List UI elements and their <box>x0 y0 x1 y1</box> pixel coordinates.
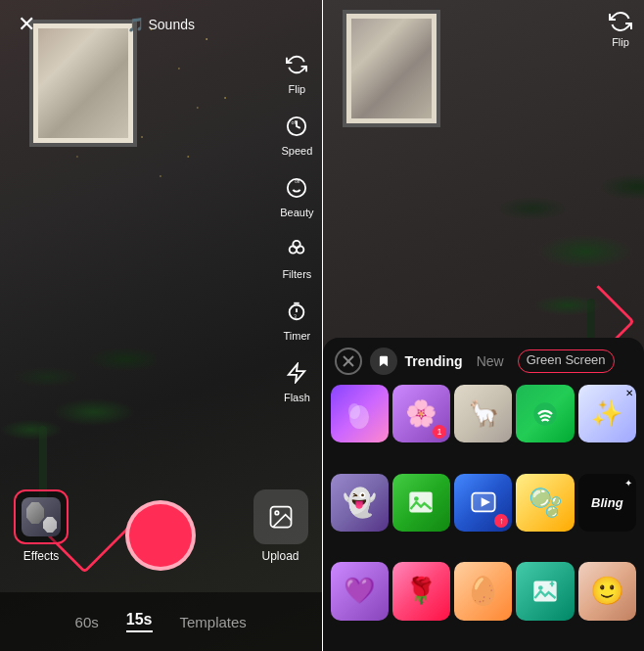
tab-new[interactable]: New <box>477 349 504 373</box>
sounds-button[interactable]: 🎵 Sounds <box>127 17 195 32</box>
tab-trending[interactable]: Trending <box>405 349 463 373</box>
no-effect-button[interactable] <box>335 348 362 375</box>
filters-button[interactable]: Filters <box>281 234 312 280</box>
picture-frame-right <box>343 10 440 127</box>
svg-rect-18 <box>410 492 433 513</box>
effect-item[interactable] <box>331 385 389 442</box>
svg-text:off: off <box>292 119 298 125</box>
effect-item[interactable]: 👻 <box>331 474 389 532</box>
camera-flip-icon[interactable]: Flip <box>609 10 632 48</box>
effects-button[interactable]: Effects <box>14 489 69 563</box>
effect-item[interactable] <box>516 562 574 620</box>
bookmark-button[interactable] <box>370 348 397 375</box>
flip-button[interactable]: Flip <box>281 49 312 95</box>
svg-point-23 <box>538 585 543 590</box>
effect-item[interactable]: 💜 <box>331 562 389 620</box>
svg-marker-10 <box>289 364 305 382</box>
effect-item[interactable] <box>392 474 450 532</box>
effect-item[interactable]: 🦙 <box>454 385 512 442</box>
effect-bling[interactable]: Bling ✦ <box>578 474 636 532</box>
effects-grid: 🌸 1 🦙 ✨ ✕ <box>323 381 645 651</box>
time-selector-bar: 60s 15s Templates <box>0 592 322 651</box>
svg-point-8 <box>290 305 304 320</box>
upload-button[interactable]: Upload <box>253 489 308 563</box>
right-arrow-indicator <box>566 269 624 348</box>
tab-green-screen[interactable]: Green Screen <box>518 349 615 373</box>
beauty-icon: off <box>281 172 312 204</box>
time-60s[interactable]: 60s <box>75 614 99 630</box>
effect-item[interactable]: 🥚 <box>454 562 512 620</box>
music-icon: 🎵 <box>127 17 144 32</box>
beauty-label: Beauty <box>280 207 313 218</box>
effects-label: Effects <box>23 549 59 563</box>
filters-icon <box>281 234 312 265</box>
flip-label: Flip <box>289 83 306 95</box>
effect-item[interactable] <box>516 385 574 442</box>
speed-button[interactable]: off Speed <box>281 111 312 157</box>
timer-icon: 3 <box>281 296 312 327</box>
effects-icon-box <box>14 489 69 544</box>
effect-item[interactable]: ✨ ✕ <box>578 385 636 442</box>
svg-point-16 <box>348 403 360 419</box>
effect-item[interactable]: ↑ <box>454 474 512 532</box>
effect-item[interactable]: 🙂 <box>578 562 636 620</box>
time-templates[interactable]: Templates <box>180 614 247 630</box>
effects-tray: Trending New Green Screen 🌸 1 <box>323 338 645 651</box>
filters-label: Filters <box>282 268 311 280</box>
right-flip-label: Flip <box>612 36 629 48</box>
record-button[interactable] <box>125 500 196 571</box>
time-15s[interactable]: 15s <box>126 611 153 632</box>
flip-icon <box>281 49 312 80</box>
speed-icon: off <box>281 111 312 142</box>
effects-tabs: Trending New Green Screen <box>405 349 633 373</box>
right-top-bar: Flip <box>609 10 632 48</box>
plant-left <box>10 279 186 524</box>
beauty-button[interactable]: off Beauty <box>280 172 313 218</box>
effect-item[interactable]: 🫧 <box>516 474 574 532</box>
left-camera-panel: ✕ 🎵 Sounds Flip off <box>0 0 322 651</box>
svg-point-17 <box>533 402 556 425</box>
left-top-bar: ✕ 🎵 Sounds <box>0 0 322 49</box>
effects-controls-row: Trending New Green Screen <box>323 338 645 381</box>
effects-inner <box>22 497 61 536</box>
svg-text:off: off <box>296 179 301 184</box>
flash-button[interactable]: Flash <box>281 357 312 403</box>
right-effects-panel: Flip Trending New Green Screen <box>323 0 645 651</box>
effect-item[interactable]: 🌸 1 <box>392 385 450 442</box>
timer-button[interactable]: 3 Timer <box>281 296 312 342</box>
close-button[interactable]: ✕ <box>12 10 41 39</box>
svg-point-12 <box>275 511 279 515</box>
speed-label: Speed <box>281 145 312 157</box>
svg-point-7 <box>294 241 300 248</box>
timer-label: Timer <box>284 330 311 342</box>
camera-toolbar: Flip off Speed off <box>280 49 313 403</box>
upload-label: Upload <box>261 549 299 563</box>
svg-point-19 <box>414 496 419 501</box>
upload-icon <box>253 489 308 544</box>
flash-label: Flash <box>284 392 310 403</box>
flash-icon <box>281 357 312 389</box>
effect-item[interactable]: 🌹 <box>392 562 450 620</box>
